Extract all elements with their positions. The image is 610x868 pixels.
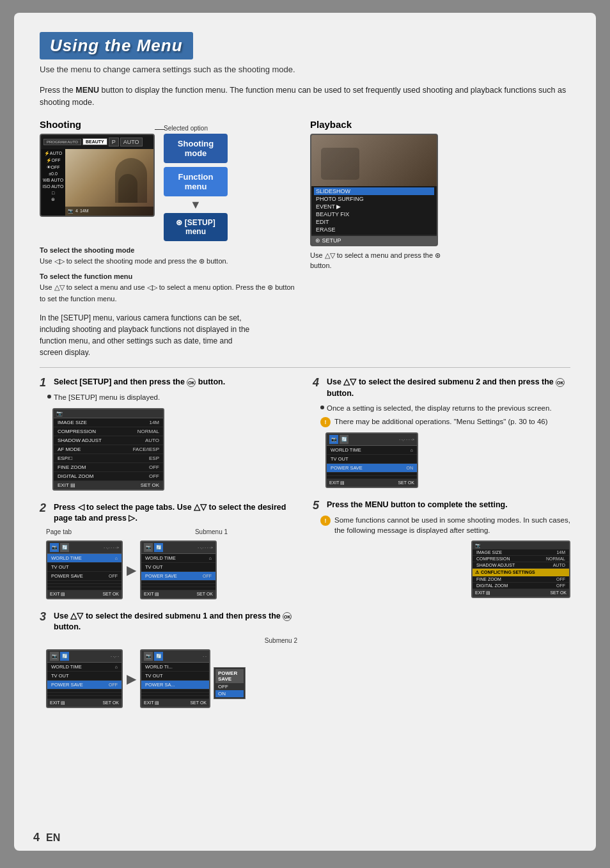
conflict-warning: ⚠ CONFLICTING SETTINGS	[473, 569, 569, 576]
ns3-tv-l: TV OUT	[51, 673, 118, 679]
ns3r-footer: EXIT ▤ SET OK	[141, 699, 209, 707]
setup-description: In the [SETUP] menu, various camera func…	[40, 312, 257, 358]
step-4-bullet: Once a setting is selected, the display …	[320, 403, 570, 413]
shooting-block: Shooting PROGRAM AUTO BEAUTY P AUTO ⚡AUT…	[40, 119, 300, 305]
step-4-bullet-text: Once a setting is selected, the display …	[327, 403, 552, 413]
ns-tab1-left: 📷	[50, 543, 59, 552]
step-1: 1 Select [SETUP] and then press the OK b…	[40, 377, 297, 490]
ns3-tab1: 📷	[50, 652, 59, 661]
nav-screen-step4: 📷 🔄 - -,- - - -> WORLD TIME ⌂ TV OUT	[325, 432, 418, 488]
ns4-header: 📷 🔄 - -,- - - ->	[327, 434, 417, 446]
ns4-ps: POWER SAVE ON	[327, 464, 417, 473]
submenu1-label: Submenu 1	[125, 528, 297, 535]
conflict-icon: 📷	[475, 543, 481, 548]
conf-set: SET OK	[550, 590, 567, 596]
ns-powersave-left: POWER SAVE OFF	[47, 572, 121, 581]
ok-btn-4: OK	[556, 378, 565, 387]
setup-label2: menu	[173, 227, 219, 236]
ns-world-time-left: WORLD TIME ⌂	[47, 554, 121, 563]
ns4-ps-l: POWER SAVE	[331, 465, 404, 471]
ns4-tv-l: TV OUT	[331, 456, 413, 462]
nav-screen-left: 📷 🔄 - -,- - - -> WORLD TIME ⌂ TV OUT	[46, 541, 123, 599]
ns3r-ps-l: POWER SA...	[145, 682, 205, 688]
steps-right: 4 Use △▽ to select the desired submenu 2…	[313, 377, 570, 719]
conflict-row-3: SHADOW ADJUST AUTO	[473, 562, 569, 569]
conflict-row-5: FINE ZOOM OFF	[473, 576, 569, 583]
ns3r-tv-l: TV OUT	[145, 673, 205, 679]
camera-side-menu: ⚡AUTO ⚡OFF 👁OFF ±0.0 WB AUTO ISO AUTO □ …	[41, 149, 65, 216]
diagram-wrapper: PROGRAM AUTO BEAUTY P AUTO ⚡AUTO ⚡OFF 👁O…	[40, 134, 300, 241]
step-5-text: Press the MENU button to complete the se…	[327, 500, 570, 511]
select-shooting-text: Use ◁▷ to select the shooting mode and p…	[40, 256, 300, 267]
ms-set-1: SET OK	[141, 482, 159, 488]
ms-val-compression: NORMAL	[137, 429, 159, 434]
page-number: 4	[33, 831, 40, 844]
ns3-wt-l: WORLD TIME	[51, 664, 113, 670]
step-2-screen-area: Page tab Submenu 1 📷 🔄 - -,- - - ->	[46, 528, 297, 599]
ns-tvout-right: TV OUT	[141, 563, 215, 572]
ns-tab2-left: 🔄	[60, 543, 69, 552]
conflict-screen: 📷 IMAGE SIZE 14M COMPRESSION NORMAL SHAD…	[471, 541, 570, 598]
ns3-ps-l: POWER SAVE	[51, 682, 106, 688]
ns3r-wt: WORLD TI...	[141, 663, 209, 672]
warn-icon: ⚠	[475, 570, 479, 575]
ns-tab2-right: 🔄	[154, 543, 163, 552]
selected-option-label: Selected option	[164, 125, 208, 132]
ns4-ps-v: ON	[407, 466, 414, 470]
ns3r-tab1: 📷	[144, 652, 153, 661]
ms-row-digitalzoom: DIGITAL ZOOM OFF	[54, 472, 163, 481]
step-4: 4 Use △▽ to select the desired submenu 2…	[313, 377, 570, 487]
step-4-text: Use △▽ to select the desired submenu 2 a…	[327, 377, 570, 399]
pb-event: EVENT ▶	[314, 203, 434, 210]
submenu2-label: Submenu 2	[265, 637, 297, 644]
info-icon-5: !	[320, 516, 331, 526]
ms-label-shadow: SHADOW ADJUST	[58, 438, 143, 443]
ns3-exit-l: EXIT ▤	[50, 700, 65, 706]
footnote: 4 EN	[33, 831, 60, 844]
playback-menu-list: SLIDESHOW PHOTO SURFING EVENT ▶ BEAUTY F…	[311, 186, 437, 235]
info-icon-4: !	[320, 417, 331, 427]
ns3r-tv: TV OUT	[141, 672, 209, 681]
menu-function-menu: Function menu	[164, 167, 228, 196]
step-3: 3 Use △▽ to select the desired submenu 1…	[40, 611, 297, 708]
cam-icon-pic: 📷	[68, 209, 74, 214]
ns-footer-right: EXIT ▤ SET OK	[141, 590, 215, 598]
step-3-header: 3 Use △▽ to select the desired submenu 1…	[40, 611, 297, 633]
subtitle: Use the menu to change camera settings s…	[40, 65, 570, 74]
ms-label-finezoom: FINE ZOOM	[58, 464, 146, 470]
conf-label-6: DIGITAL ZOOM	[476, 583, 554, 588]
ms-label-af: AF MODE	[58, 446, 130, 452]
step-5: 5 Press the MENU button to complete the …	[313, 500, 570, 598]
side-icon-flash: ⚡AUTO	[42, 150, 64, 157]
ms-label-image-size: IMAGE SIZE	[58, 420, 146, 425]
step-3-screen-area: Submenu 2 📷 🔄 - -,- - WO	[46, 637, 297, 708]
step-1-bullet-text: The [SETUP] menu is displayed.	[54, 392, 160, 402]
ns4-dots: - -,- - - ->	[399, 438, 414, 441]
step-2: 2 Press ◁ to select the page tabs. Use △…	[40, 502, 297, 599]
ns-footer-left: EXIT ▤ SET OK	[47, 590, 121, 598]
pb-beauty-fix: BEAUTY FIX	[314, 210, 434, 218]
playback-use-text: Use △▽ to select a menu and press the ⊛ …	[310, 250, 444, 271]
ns3-ps-v: OFF	[109, 683, 118, 687]
ns4-footer: EXIT ▤ SET OK	[327, 479, 417, 487]
step-4-header: 4 Use △▽ to select the desired submenu 2…	[313, 377, 570, 399]
ns-header-right: 📷 🔄 - -,- - - ->	[141, 542, 215, 554]
ns4-tab2: 🔄	[340, 435, 348, 444]
side-icon-flash-off: ⚡OFF	[42, 157, 64, 164]
camera-screen: PROGRAM AUTO BEAUTY P AUTO ⚡AUTO ⚡OFF 👁O…	[40, 134, 155, 217]
ns-wt-label-left: WORLD TIME	[51, 555, 113, 561]
nav-screen-step3-right: 📷 🔄 - - WORLD TI... TV OUT	[140, 649, 210, 708]
sm2-header: POWER SAVE	[215, 669, 244, 683]
playback-screen: SLIDESHOW PHOTO SURFING EVENT ▶ BEAUTY F…	[310, 134, 438, 246]
ns3r-header: 📷 🔄 - -	[141, 651, 209, 663]
diagram-section: Shooting PROGRAM AUTO BEAUTY P AUTO ⚡AUT…	[40, 119, 570, 305]
ms-row-compression: COMPRESSION NORMAL	[54, 427, 163, 436]
ms-footer-1: EXIT ▤ SET OK	[54, 481, 163, 489]
ns3r-ps: POWER SA...	[141, 681, 209, 690]
ms-row-finezoom: FINE ZOOM OFF	[54, 463, 163, 472]
ns3-footer-left: EXIT ▤ SET OK	[47, 699, 121, 707]
step-2-screens: 📷 🔄 - -,- - - -> WORLD TIME ⌂ TV OUT	[46, 541, 297, 599]
ms-row-image-size: IMAGE SIZE 14M	[54, 418, 163, 427]
nav-screen-step3-left: 📷 🔄 - -,- - WORLD TIME ⌂ TV OUT	[46, 649, 123, 708]
pb-setup: ⊛ SETUP	[311, 236, 437, 245]
